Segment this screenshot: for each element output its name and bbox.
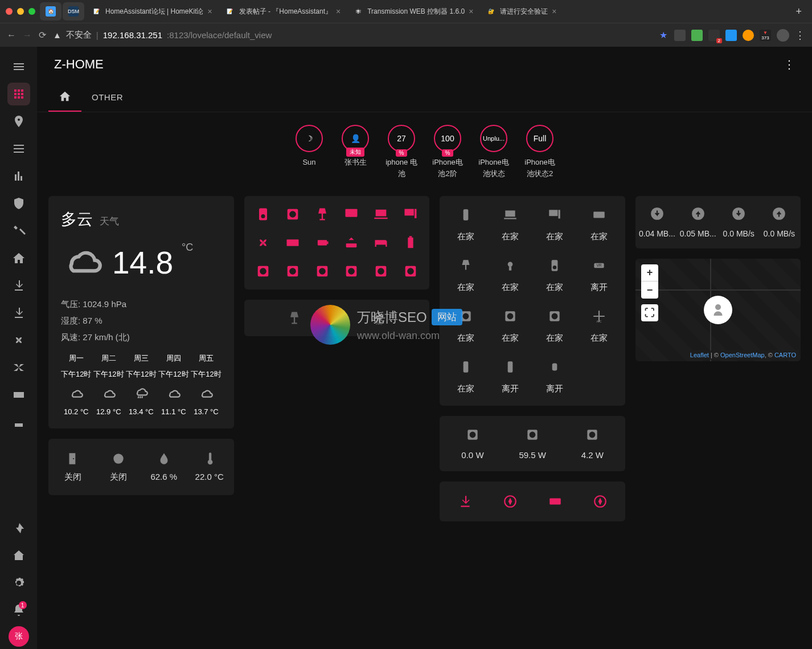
device-socket[interactable]: 在家 bbox=[490, 309, 531, 344]
close-icon[interactable]: × bbox=[336, 7, 341, 16]
tab-dsm[interactable]: DSM bbox=[63, 2, 84, 21]
sidebar-logbook[interactable] bbox=[7, 137, 30, 160]
tab-forum[interactable]: 📝HomeAssistant论坛 | HomeKit论× bbox=[85, 2, 218, 21]
device-socket[interactable]: 在家 bbox=[534, 309, 575, 344]
badge-person[interactable]: 👤未知张书生 bbox=[337, 125, 374, 179]
device-ac[interactable]: A/C在家 bbox=[579, 309, 620, 344]
ac-icon[interactable]: A/C bbox=[340, 310, 420, 326]
battery-icon[interactable] bbox=[399, 235, 423, 251]
ext-green-icon[interactable] bbox=[691, 30, 703, 41]
device-speaker[interactable]: 在家 bbox=[534, 258, 575, 293]
device-laptop[interactable]: 在家 bbox=[490, 207, 531, 242]
badge-state2[interactable]: FulliPhone电池状态2 bbox=[522, 125, 559, 179]
map-card[interactable]: + − ⛶ Leaflet | © OpenStreetMap, © CARTO bbox=[635, 259, 801, 361]
sidebar-random[interactable] bbox=[7, 356, 30, 379]
zoom-in-button[interactable]: + bbox=[641, 264, 658, 281]
fullscreen-button[interactable]: ⛶ bbox=[641, 304, 658, 321]
reload-button[interactable]: ⟳ bbox=[39, 30, 46, 40]
tab-homeassistant-icon[interactable]: 🏠 bbox=[40, 2, 61, 21]
sidebar-keyboard[interactable] bbox=[7, 383, 30, 406]
power-socket-icon[interactable] bbox=[281, 263, 305, 279]
download-speed[interactable]: 0.0 MB/s bbox=[721, 206, 757, 238]
tab-auth[interactable]: 🔐请进行安全验证× bbox=[480, 2, 562, 21]
router-icon[interactable] bbox=[340, 235, 364, 251]
ext-ublock-icon[interactable] bbox=[674, 30, 686, 41]
power-meter[interactable]: 0.0 W bbox=[445, 427, 499, 460]
lamp-icon[interactable] bbox=[310, 206, 334, 222]
sidebar-home[interactable] bbox=[7, 247, 30, 270]
osm-link[interactable]: OpenStreetMap bbox=[720, 352, 765, 358]
motion-sensor[interactable]: 关闭 bbox=[97, 448, 140, 486]
window-maximize[interactable] bbox=[28, 8, 35, 15]
laptop-icon[interactable] bbox=[369, 206, 393, 222]
power-meter[interactable]: 59.5 W bbox=[506, 427, 560, 460]
power-socket-icon[interactable] bbox=[399, 263, 423, 279]
keyboard-icon[interactable] bbox=[281, 235, 305, 251]
badge-battery1[interactable]: 27%iphone 电池 bbox=[383, 125, 420, 179]
bed-icon[interactable] bbox=[369, 235, 393, 251]
sidebar-shield[interactable] bbox=[7, 192, 30, 215]
sidebar-download2[interactable] bbox=[7, 301, 30, 324]
forward-button[interactable]: → bbox=[23, 30, 32, 40]
close-icon[interactable]: × bbox=[469, 7, 473, 16]
carto-link[interactable]: CARTO bbox=[774, 352, 796, 358]
sidebar-map[interactable] bbox=[7, 110, 30, 133]
browser-menu-button[interactable]: ⋮ bbox=[795, 29, 805, 42]
badge-state1[interactable]: Unplu...iPhone电池状态 bbox=[475, 125, 512, 179]
battery-charge-icon[interactable] bbox=[310, 235, 334, 251]
device-camera[interactable]: 在家 bbox=[490, 258, 531, 293]
star-icon[interactable]: ★ bbox=[659, 30, 667, 40]
upload-speed[interactable]: 0.05 MB... bbox=[680, 206, 716, 238]
power-socket-icon[interactable] bbox=[281, 206, 305, 222]
new-tab-button[interactable]: + bbox=[791, 6, 806, 18]
tab-home[interactable] bbox=[48, 82, 81, 112]
profile-avatar[interactable] bbox=[777, 29, 789, 42]
humidity-sensor[interactable]: 62.6 % bbox=[143, 448, 185, 486]
power-meter[interactable]: 4.2 W bbox=[565, 427, 620, 460]
sidebar-router[interactable] bbox=[7, 411, 30, 434]
ext-blue-icon[interactable] bbox=[725, 30, 737, 41]
sidebar-history[interactable] bbox=[7, 165, 30, 187]
monitor-icon[interactable] bbox=[340, 206, 364, 222]
desktop-icon[interactable] bbox=[399, 206, 423, 222]
device-socket[interactable]: 在家 bbox=[445, 309, 486, 344]
device-keyboard[interactable]: 在家 bbox=[579, 207, 620, 242]
device-desktop[interactable]: 在家 bbox=[534, 207, 575, 242]
power-socket-icon[interactable] bbox=[251, 263, 275, 279]
fan-icon[interactable] bbox=[251, 235, 275, 251]
compass-icon[interactable] bbox=[490, 494, 530, 509]
lamp-icon[interactable] bbox=[255, 310, 334, 326]
power-socket-icon[interactable] bbox=[340, 263, 364, 279]
sidebar-devtools[interactable] bbox=[7, 517, 30, 540]
temperature-sensor[interactable]: 22.0 °C bbox=[188, 448, 231, 486]
header-menu-button[interactable]: ⋮ bbox=[784, 58, 795, 71]
badge-battery2[interactable]: 100%iPhone电池2阶 bbox=[429, 125, 466, 179]
device-phone[interactable]: 在家 bbox=[445, 207, 486, 242]
hamburger-button[interactable] bbox=[7, 55, 30, 78]
map-person-marker[interactable] bbox=[704, 296, 732, 324]
sidebar-notifications[interactable]: 1 bbox=[7, 599, 30, 622]
power-socket-icon[interactable] bbox=[310, 263, 334, 279]
sidebar-fan[interactable] bbox=[7, 329, 30, 352]
sidebar-download1[interactable] bbox=[7, 274, 30, 297]
device-watch[interactable]: 离开 bbox=[534, 360, 575, 394]
power-socket-icon[interactable] bbox=[369, 263, 393, 279]
badge-sun[interactable]: ☽Sun bbox=[291, 125, 328, 179]
weather-card[interactable]: 多云天气 14.8 °C 气压: 1024.9 hPa 湿度: 87 % 风速:… bbox=[48, 196, 234, 428]
zoom-out-button[interactable]: − bbox=[641, 281, 658, 299]
url-field[interactable]: ▲ 不安全 | 192.168.31.251:8123/lovelace/def… bbox=[53, 30, 653, 40]
ext-orange-icon[interactable] bbox=[743, 30, 754, 41]
download-icon[interactable] bbox=[445, 494, 485, 509]
tab-other[interactable]: OTHER bbox=[81, 82, 133, 112]
ext-counter-icon[interactable]: ▼373 bbox=[760, 30, 771, 41]
keyboard-icon[interactable] bbox=[535, 494, 575, 509]
window-minimize[interactable] bbox=[17, 8, 24, 15]
ext-devtools-icon[interactable] bbox=[708, 30, 720, 41]
device-phone[interactable]: 离开 bbox=[490, 360, 531, 394]
close-icon[interactable]: × bbox=[208, 7, 212, 16]
tab-post[interactable]: 📝发表帖子 - 『HomeAssistant』× bbox=[219, 2, 347, 21]
window-close[interactable] bbox=[6, 8, 13, 15]
device-vr[interactable]: VR离开 bbox=[579, 258, 620, 293]
download-speed[interactable]: 0.04 MB... bbox=[639, 206, 675, 238]
device-lamp[interactable]: 在家 bbox=[445, 258, 486, 293]
